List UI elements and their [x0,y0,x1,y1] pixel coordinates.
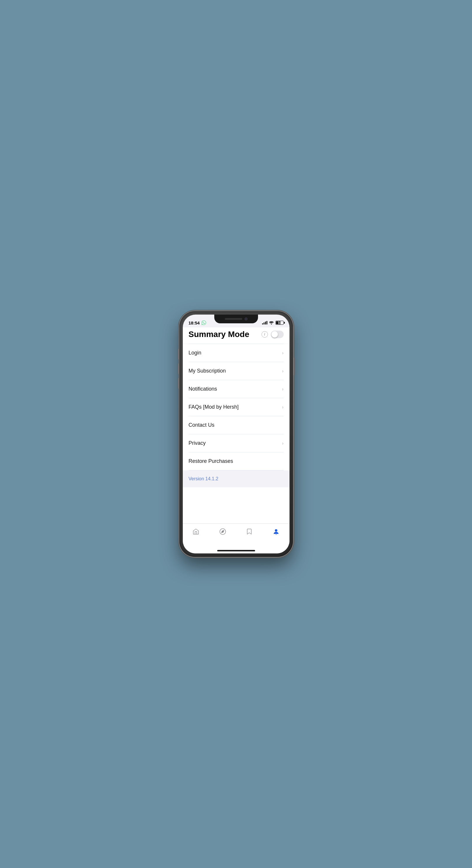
menu-list: Login › My Subscription › Notifications … [183,344,290,523]
profile-tab-icon [272,528,280,535]
notch-speaker [225,318,242,320]
menu-item-privacy[interactable]: Privacy › [183,434,290,452]
chevron-right-icon-subscription: › [282,369,284,374]
time-display: 18:54 [188,320,200,326]
tab-profile[interactable] [263,527,290,536]
status-time: 18:54 [188,320,206,326]
page-title: Summary Mode [188,330,249,339]
menu-item-login-label: Login [188,350,202,356]
battery-icon: 56 [275,321,284,325]
home-bar [217,550,255,551]
chevron-right-icon-notifications: › [282,386,284,392]
version-text: Version 14.1.2 [188,476,218,481]
home-tab-icon [192,528,200,535]
menu-item-subscription-label: My Subscription [188,368,226,374]
version-section: Version 14.1.2 [183,470,290,487]
explore-tab-icon [219,528,227,535]
chevron-right-icon-login: › [282,350,284,355]
content-area: Login › My Subscription › Notifications … [183,344,290,523]
info-icon: i [264,332,265,336]
menu-item-notifications[interactable]: Notifications › [183,380,290,398]
menu-item-restore-label: Restore Purchases [188,458,233,464]
status-icons: 56 [262,321,284,325]
phone-device: 18:54 56 [179,311,293,557]
phone-screen: 18:54 56 [183,315,290,553]
summary-mode-toggle[interactable] [271,331,284,338]
signal-bar-2 [264,322,264,324]
signal-bar-4 [266,321,267,324]
menu-item-privacy-label: Privacy [188,440,206,446]
menu-item-notifications-label: Notifications [188,386,217,392]
info-button[interactable]: i [262,331,268,338]
battery-level: 56 [278,321,281,324]
signal-bar-1 [262,323,263,324]
tab-explore[interactable] [209,527,236,536]
svg-marker-1 [222,530,224,533]
menu-item-my-subscription[interactable]: My Subscription › [183,362,290,380]
signal-bars [262,321,267,324]
tab-bar [183,523,290,548]
tab-home[interactable] [183,527,210,536]
svg-point-3 [276,534,276,535]
menu-item-login[interactable]: Login › [183,344,290,362]
svg-point-2 [275,529,277,532]
chevron-right-icon-privacy: › [282,441,284,446]
toggle-knob [271,331,278,338]
menu-item-contact-us[interactable]: Contact Us [183,416,290,434]
page-header: Summary Mode i [183,328,290,344]
menu-item-restore-purchases[interactable]: Restore Purchases [183,452,290,470]
header-controls: i [262,331,284,338]
tab-bookmarks[interactable] [236,527,263,536]
chevron-right-icon-faqs: › [282,405,284,410]
notch-camera [245,317,247,320]
whatsapp-icon [202,320,206,325]
phone-notch [214,315,258,323]
signal-bar-3 [265,321,266,324]
wifi-icon [269,321,274,324]
home-indicator [183,548,290,553]
menu-item-faqs-label: FAQs [Mod by Hersh] [188,404,239,410]
bookmarks-tab-icon [245,528,253,535]
menu-item-contact-label: Contact Us [188,422,214,428]
menu-item-faqs[interactable]: FAQs [Mod by Hersh] › [183,398,290,416]
